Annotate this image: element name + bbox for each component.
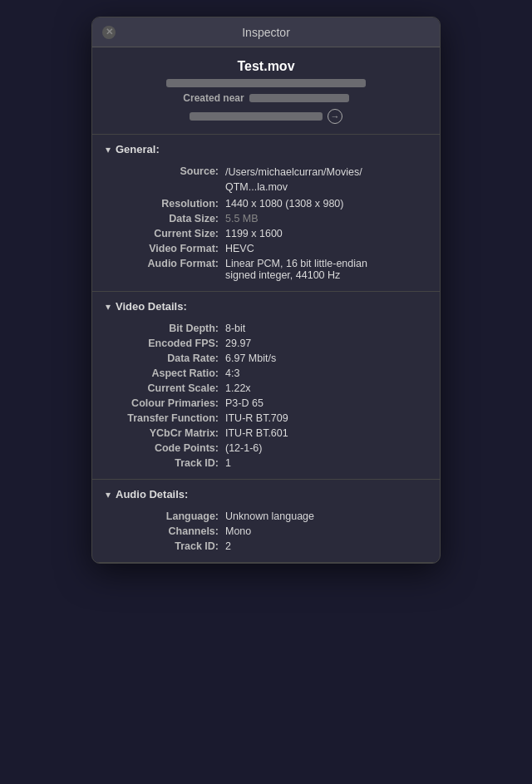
current-size-row: Current Size: 1199 x 1600 — [106, 226, 426, 241]
video-details-fields-table: Bit Depth: 8-bit Encoded FPS: 29.97 Data… — [106, 321, 426, 471]
data-size-row: Data Size: 5.5 MB — [106, 211, 426, 226]
current-size-value: 1199 x 1600 — [222, 226, 426, 241]
encoded-fps-label: Encoded FPS: — [106, 336, 222, 351]
general-section: ▾ General: Source: /Users/michaelcurran/… — [92, 135, 440, 292]
data-rate-value: 6.97 Mbit/s — [222, 351, 426, 366]
aspect-ratio-value: 4:3 — [222, 366, 426, 381]
colour-primaries-value: P3-D 65 — [222, 396, 426, 411]
current-scale-value: 1.22x — [222, 381, 426, 396]
audio-track-id-label: Track ID: — [106, 539, 222, 554]
aspect-ratio-row: Aspect Ratio: 4:3 — [106, 366, 426, 381]
channels-label: Channels: — [106, 524, 222, 539]
source-label: Source: — [106, 164, 222, 196]
video-details-section-title: Video Details: — [116, 300, 187, 313]
audio-details-fields-table: Language: Unknown language Channels: Mon… — [106, 509, 426, 554]
data-rate-label: Data Rate: — [106, 351, 222, 366]
video-format-row: Video Format: HEVC — [106, 241, 426, 256]
source-row: Source: /Users/michaelcurran/Movies/ QTM… — [106, 164, 426, 196]
language-row: Language: Unknown language — [106, 509, 426, 524]
language-value: Unknown language — [222, 509, 426, 524]
current-size-label: Current Size: — [106, 226, 222, 241]
current-scale-row: Current Scale: 1.22x — [106, 381, 426, 396]
channels-row: Channels: Mono — [106, 524, 426, 539]
blurred-coords-bar — [190, 112, 323, 121]
colour-primaries-label: Colour Primaries: — [106, 396, 222, 411]
audio-details-section: ▾ Audio Details: Language: Unknown langu… — [92, 480, 440, 563]
bit-depth-value: 8-bit — [222, 321, 426, 336]
video-details-section: ▾ Video Details: Bit Depth: 8-bit Encode… — [92, 292, 440, 480]
filename: Test.mov — [109, 59, 423, 74]
language-label: Language: — [106, 509, 222, 524]
audio-format-label: Audio Format: — [106, 256, 222, 283]
arrow-icon: → — [331, 111, 340, 121]
created-near-label: Created near — [183, 92, 244, 104]
close-button[interactable]: ✕ — [102, 26, 116, 39]
title-bar: ✕ Inspector — [92, 17, 440, 47]
transfer-function-row: Transfer Function: ITU-R BT.709 — [106, 411, 426, 426]
code-points-value: (12-1-6) — [222, 441, 426, 456]
audio-track-id-value: 2 — [222, 539, 426, 554]
aspect-ratio-label: Aspect Ratio: — [106, 366, 222, 381]
video-details-section-header[interactable]: ▾ Video Details: — [106, 300, 426, 313]
transfer-function-label: Transfer Function: — [106, 411, 222, 426]
ycbcr-matrix-label: YCbCr Matrix: — [106, 426, 222, 441]
code-points-row: Code Points: (12-1-6) — [106, 441, 426, 456]
general-chevron-icon: ▾ — [106, 144, 111, 155]
ycbcr-matrix-row: YCbCr Matrix: ITU-R BT.601 — [106, 426, 426, 441]
data-size-label: Data Size: — [106, 211, 222, 226]
bit-depth-row: Bit Depth: 8-bit — [106, 321, 426, 336]
video-track-id-label: Track ID: — [106, 456, 222, 471]
transfer-function-value: ITU-R BT.709 — [222, 411, 426, 426]
video-track-id-value: 1 — [222, 456, 426, 471]
video-format-label: Video Format: — [106, 241, 222, 256]
inspector-window: ✕ Inspector Test.mov Created near → ▾ Ge… — [91, 17, 441, 564]
audio-format-row: Audio Format: Linear PCM, 16 bit little-… — [106, 256, 426, 283]
file-info-section: Test.mov Created near → — [92, 47, 440, 135]
colour-primaries-row: Colour Primaries: P3-D 65 — [106, 396, 426, 411]
ycbcr-matrix-value: ITU-R BT.601 — [222, 426, 426, 441]
channels-value: Mono — [222, 524, 426, 539]
resolution-row: Resolution: 1440 x 1080 (1308 x 980) — [106, 196, 426, 211]
audio-details-chevron-icon: ▾ — [106, 489, 111, 500]
general-fields-table: Source: /Users/michaelcurran/Movies/ QTM… — [106, 164, 426, 283]
current-scale-label: Current Scale: — [106, 381, 222, 396]
created-near-row: Created near — [109, 92, 423, 104]
code-points-label: Code Points: — [106, 441, 222, 456]
general-section-header[interactable]: ▾ General: — [106, 143, 426, 155]
encoded-fps-row: Encoded FPS: 29.97 — [106, 336, 426, 351]
arrow-button[interactable]: → — [328, 109, 342, 124]
blurred-path-bar — [166, 79, 366, 87]
video-details-chevron-icon: ▾ — [106, 301, 111, 313]
window-title: Inspector — [242, 26, 290, 39]
audio-details-section-header[interactable]: ▾ Audio Details: — [106, 488, 426, 500]
data-rate-row: Data Rate: 6.97 Mbit/s — [106, 351, 426, 366]
general-section-title: General: — [116, 143, 160, 155]
bit-depth-label: Bit Depth: — [106, 321, 222, 336]
audio-track-id-row: Track ID: 2 — [106, 539, 426, 554]
video-format-value: HEVC — [222, 241, 426, 256]
blurred-location-bar — [249, 94, 349, 102]
audio-format-value: Linear PCM, 16 bit little-endian signed … — [222, 256, 426, 283]
audio-details-section-title: Audio Details: — [116, 488, 188, 500]
encoded-fps-value: 29.97 — [222, 336, 426, 351]
video-track-id-row: Track ID: 1 — [106, 456, 426, 471]
resolution-value: 1440 x 1080 (1308 x 980) — [222, 196, 426, 211]
location-row: → — [109, 109, 423, 124]
source-value: /Users/michaelcurran/Movies/ QTM...la.mo… — [222, 164, 426, 196]
resolution-label: Resolution: — [106, 196, 222, 211]
data-size-value: 5.5 MB — [222, 211, 426, 226]
